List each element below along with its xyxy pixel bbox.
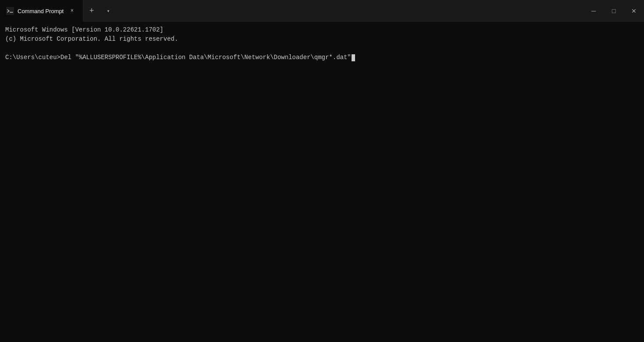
window-controls: ─ □ ✕ — [584, 0, 644, 22]
maximize-button[interactable]: □ — [604, 0, 624, 22]
terminal-window: Command Prompt × + ▾ ─ □ ✕ Microsoft Win… — [0, 0, 644, 342]
close-window-button[interactable]: ✕ — [624, 0, 644, 22]
terminal-body[interactable]: Microsoft Windows [Version 10.0.22621.17… — [0, 22, 644, 342]
prompt-text: C:\Users\cuteu> — [5, 53, 60, 62]
tab-title-label: Command Prompt — [18, 8, 63, 14]
titlebar: Command Prompt × + ▾ ─ □ ✕ — [0, 0, 644, 22]
new-tab-button[interactable]: + — [83, 0, 100, 22]
copyright-line: (c) Microsoft Corporation. All rights re… — [5, 35, 639, 44]
command-text: Del "%ALLUSERSPROFILE%\Application Data\… — [60, 53, 351, 62]
tab-close-button[interactable]: × — [67, 6, 77, 16]
prompt-line: C:\Users\cuteu>Del "%ALLUSERSPROFILE%\Ap… — [5, 53, 639, 62]
cursor — [352, 54, 355, 61]
minimize-button[interactable]: ─ — [584, 0, 604, 22]
dropdown-button[interactable]: ▾ — [100, 0, 116, 22]
active-tab[interactable]: Command Prompt × — [0, 0, 83, 22]
tab-area: Command Prompt × + ▾ — [0, 0, 584, 22]
version-line: Microsoft Windows [Version 10.0.22621.17… — [5, 25, 639, 35]
blank-line — [5, 44, 639, 53]
cmd-icon — [6, 7, 14, 15]
svg-rect-0 — [6, 7, 14, 15]
